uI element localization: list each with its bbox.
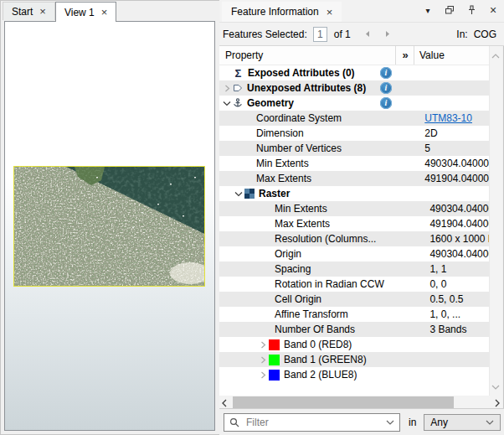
aerial-raster-image[interactable] bbox=[14, 167, 204, 286]
value-text: 0.5, 0.5 bbox=[429, 293, 463, 305]
property-row[interactable]: Number of Vertices5 bbox=[219, 141, 490, 156]
property-cell: Dimension bbox=[219, 126, 424, 141]
property-cell: ΣExposed Attributes (0)i bbox=[219, 65, 415, 80]
property-row[interactable]: Spacing1, 1 bbox=[219, 262, 490, 277]
value-cell: UTM83-10 bbox=[424, 112, 490, 124]
property-column-header[interactable]: Property bbox=[219, 46, 395, 65]
value-cell: 0.5, 0.5 bbox=[429, 293, 490, 305]
property-label: Band 2 (BLUE8) bbox=[284, 369, 357, 381]
filter-scope-select[interactable]: Any bbox=[424, 414, 501, 431]
geometry-icon bbox=[233, 98, 243, 109]
property-rows: ΣExposed Attributes (0)iUnexposed Attrib… bbox=[219, 65, 490, 382]
filter-bar: in Any bbox=[219, 408, 504, 435]
property-row[interactable]: Resolution (Columns...1600 x 1000 Pixels bbox=[219, 231, 490, 246]
property-cell: Unexposed Attributes (8)i bbox=[219, 80, 415, 96]
feature-information-tab-label: Feature Information bbox=[231, 6, 319, 18]
property-row[interactable]: Max Extents491904.0400000 bbox=[219, 171, 490, 186]
value-column-header[interactable]: Value bbox=[414, 46, 490, 65]
close-icon[interactable]: × bbox=[101, 7, 108, 18]
feature-index-input[interactable]: 1 bbox=[313, 27, 327, 42]
property-label: Cell Origin bbox=[275, 293, 321, 305]
close-icon[interactable]: × bbox=[39, 6, 46, 17]
filter-scope-value: Any bbox=[430, 417, 448, 428]
property-row[interactable]: Band 1 (GREEN8) bbox=[219, 352, 490, 367]
horizontal-scrollbar[interactable] bbox=[219, 396, 502, 409]
raster-icon bbox=[244, 189, 255, 199]
info-icon[interactable]: i bbox=[380, 97, 392, 109]
property-label: Number of Vertices bbox=[256, 142, 342, 154]
property-label: Band 1 (GREEN8) bbox=[284, 354, 367, 365]
value-cell: 1, 1 bbox=[429, 263, 490, 275]
property-label: Rotation in Radian CCW bbox=[275, 278, 384, 290]
close-pane-icon[interactable]: × bbox=[487, 4, 499, 16]
tab-view-1[interactable]: View 1 × bbox=[55, 2, 116, 22]
info-icon[interactable]: i bbox=[380, 82, 392, 94]
property-cell: Raster bbox=[219, 186, 418, 201]
horizontal-scrollbar-thumb[interactable] bbox=[233, 396, 454, 408]
chevron-down-icon[interactable] bbox=[386, 420, 394, 425]
format-label: COG bbox=[474, 28, 496, 40]
float-window-icon[interactable] bbox=[444, 4, 455, 16]
property-label: Resolution (Columns... bbox=[275, 233, 376, 245]
value-link[interactable]: UTM83-10 bbox=[424, 112, 472, 124]
property-row[interactable]: Origin490304.0400000 bbox=[219, 246, 490, 262]
next-feature-icon[interactable] bbox=[384, 30, 391, 38]
property-row[interactable]: Cell Origin0.5, 0.5 bbox=[219, 292, 490, 307]
property-row[interactable]: Band 0 (RED8) bbox=[219, 337, 490, 352]
property-label: Band 0 (RED8) bbox=[284, 339, 352, 350]
property-row[interactable]: Unexposed Attributes (8)i bbox=[219, 80, 490, 96]
map-view-canvas[interactable] bbox=[4, 21, 215, 431]
property-label: Exposed Attributes (0) bbox=[248, 67, 355, 79]
property-cell: Affine Transform bbox=[219, 307, 429, 322]
unexposed-attributes-icon bbox=[233, 83, 243, 93]
property-row[interactable]: Geometryi bbox=[219, 96, 490, 111]
band-color-chip-icon bbox=[269, 339, 280, 350]
info-icon[interactable]: i bbox=[380, 67, 392, 79]
property-row[interactable]: Coordinate SystemUTM83-10 bbox=[219, 111, 490, 126]
filter-in-label: in bbox=[409, 417, 416, 428]
value-text: 491904.0400000 bbox=[429, 218, 490, 230]
property-row[interactable]: Max Extents491904.0400000 bbox=[219, 216, 490, 231]
close-icon[interactable]: × bbox=[327, 7, 333, 18]
property-row[interactable]: ΣExposed Attributes (0)i bbox=[219, 65, 490, 80]
property-row[interactable]: Band 2 (BLUE8) bbox=[219, 367, 490, 382]
collapse-chevron-icon[interactable] bbox=[221, 100, 233, 107]
property-cell: Band 0 (RED8) bbox=[219, 337, 425, 352]
property-row[interactable]: Min Extents490304.0400000 bbox=[219, 156, 490, 171]
expand-chevron-icon[interactable] bbox=[257, 341, 269, 349]
property-cell: Band 1 (GREEN8) bbox=[219, 352, 425, 367]
pane-menu-dropdown-icon[interactable]: ▾ bbox=[422, 4, 434, 16]
property-cell: Coordinate System bbox=[219, 111, 424, 126]
expand-chevron-icon[interactable] bbox=[257, 371, 269, 379]
property-row[interactable]: Affine Transform1, 0, ... bbox=[219, 307, 490, 322]
chevron-down-icon bbox=[486, 420, 494, 425]
feature-information-tab[interactable]: Feature Information × bbox=[222, 2, 342, 22]
expand-chevron-icon[interactable] bbox=[257, 356, 269, 364]
property-label: Unexposed Attributes (8) bbox=[247, 82, 366, 94]
collapse-chevron-icon[interactable] bbox=[233, 190, 244, 198]
tab-start-label: Start bbox=[12, 6, 33, 18]
filter-combobox[interactable] bbox=[224, 413, 400, 432]
value-text: 1, 0, ... bbox=[429, 308, 460, 320]
scroll-down-icon[interactable] bbox=[491, 381, 500, 392]
vertical-scrollbar[interactable] bbox=[489, 46, 502, 396]
property-cell: Max Extents bbox=[219, 216, 429, 231]
filter-input[interactable] bbox=[244, 416, 386, 429]
scroll-up-icon[interactable] bbox=[491, 49, 500, 61]
property-row[interactable]: Number Of Bands3 Bands bbox=[219, 322, 490, 337]
value-cell: 490304.0400000 bbox=[429, 248, 490, 260]
property-row[interactable]: Raster bbox=[219, 186, 490, 201]
value-text: 5 bbox=[424, 142, 430, 154]
property-label: Raster bbox=[259, 188, 290, 199]
property-row[interactable]: Min Extents490304.0400000 bbox=[219, 201, 490, 216]
property-row[interactable]: Dimension2D bbox=[219, 126, 490, 141]
expand-columns-icon[interactable]: » bbox=[395, 46, 414, 65]
pin-pane-icon[interactable] bbox=[465, 4, 477, 16]
previous-feature-icon[interactable] bbox=[364, 30, 371, 38]
value-text: 3 Bands bbox=[429, 324, 466, 335]
expand-chevron-icon[interactable] bbox=[221, 85, 233, 92]
property-row[interactable]: Rotation in Radian CCW0, 0 bbox=[219, 277, 490, 292]
features-selected-toolbar: Features Selected: 1 of 1 In: COG bbox=[219, 22, 504, 46]
tab-start[interactable]: Start × bbox=[3, 2, 55, 20]
feature-count-label: of 1 bbox=[334, 28, 351, 40]
